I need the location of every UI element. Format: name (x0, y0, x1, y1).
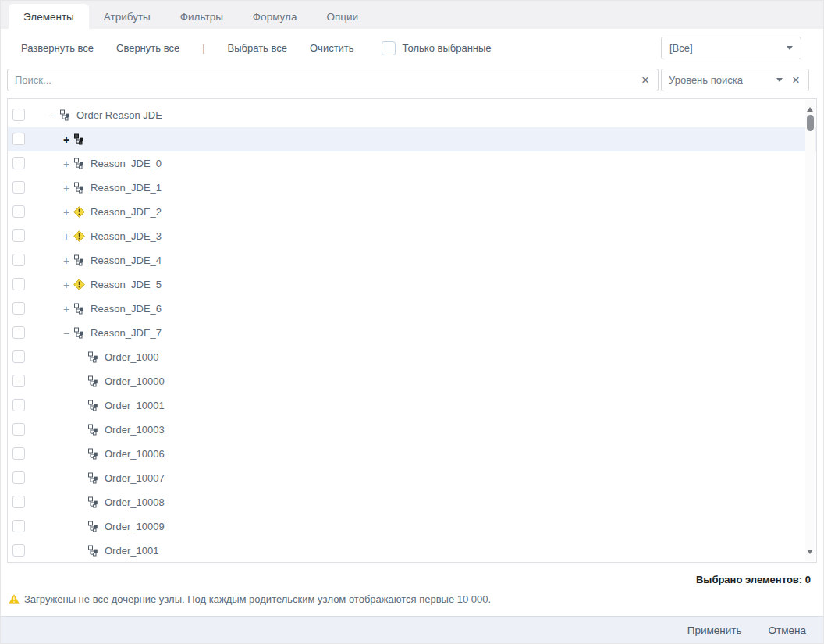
warning-icon (73, 279, 85, 290)
cancel-button[interactable]: Отмена (769, 624, 806, 636)
tree-node-label[interactable]: Reason_JDE_6 (91, 303, 162, 315)
hierarchy-icon (73, 327, 85, 339)
tab-options[interactable]: Опции (311, 4, 373, 29)
scroll-down-icon[interactable] (807, 550, 813, 557)
expander-toggle[interactable]: + (61, 303, 72, 315)
tree-node-label[interactable]: Order_10001 (105, 400, 165, 411)
row-checkbox[interactable] (12, 375, 25, 387)
expander-toggle[interactable]: + (61, 230, 72, 243)
row-checkbox[interactable] (12, 471, 25, 484)
expander-toggle[interactable]: − (61, 327, 72, 340)
tree-row[interactable]: Order_10009 (8, 514, 816, 539)
tree-node-label[interactable]: Order Reason JDE (76, 109, 162, 121)
tree-node-label[interactable]: Reason_JDE_7 (91, 327, 162, 339)
apply-button[interactable]: Применить (687, 624, 742, 636)
clear-selection-link[interactable]: Очистить (310, 42, 354, 54)
row-checkbox[interactable] (12, 181, 25, 194)
expander-toggle[interactable]: + (61, 158, 72, 170)
tab-formula[interactable]: Формула (238, 4, 312, 29)
hierarchy-icon (87, 496, 99, 508)
element-tree: − Order Reason JDE + + Reason_JDE_0 + (7, 98, 817, 563)
tree-row[interactable]: Order_10001 (8, 393, 816, 418)
search-input[interactable] (15, 74, 640, 86)
select-all-link[interactable]: Выбрать все (228, 42, 287, 54)
row-content: − Reason_JDE_7 (8, 321, 162, 345)
tree-node-label[interactable]: Order_1001 (105, 545, 158, 557)
row-checkbox[interactable] (12, 254, 25, 266)
tab-elements[interactable]: Элементы (9, 4, 89, 29)
tab-filters[interactable]: Фильтры (165, 4, 238, 29)
row-checkbox[interactable] (12, 496, 25, 508)
search-level-clear-icon[interactable]: × (790, 73, 801, 87)
tree-row[interactable]: + (8, 127, 816, 151)
tree-row[interactable]: − Order Reason JDE (8, 103, 816, 127)
tree-row[interactable]: − Reason_JDE_7 (8, 321, 816, 345)
tree-node-label[interactable]: Reason_JDE_0 (91, 158, 162, 169)
hierarchy-icon (73, 133, 85, 145)
tree-row[interactable]: + Reason_JDE_1 (8, 176, 816, 200)
row-checkbox[interactable] (12, 447, 25, 460)
row-checkbox[interactable] (12, 278, 25, 290)
row-checkbox[interactable] (12, 109, 25, 121)
tree-row[interactable]: Order_10003 (8, 418, 816, 442)
only-selected-label[interactable]: Только выбранные (403, 42, 492, 54)
tree-node-label[interactable]: Order_10006 (105, 448, 165, 460)
expander-toggle[interactable]: + (61, 279, 72, 291)
row-checkbox[interactable] (12, 544, 25, 557)
only-selected-checkbox[interactable] (382, 41, 396, 55)
expander-toggle[interactable]: + (61, 206, 72, 219)
tree-node-label[interactable]: Order_10008 (105, 496, 165, 508)
expander-toggle[interactable]: + (61, 254, 72, 267)
row-checkbox[interactable] (12, 520, 25, 532)
tree-row[interactable]: Order_10000 (8, 369, 816, 393)
expander-toggle[interactable]: + (61, 133, 72, 146)
expander-toggle[interactable]: − (47, 109, 58, 122)
expander-toggle[interactable]: + (61, 182, 72, 194)
search-clear-icon[interactable]: × (640, 73, 651, 87)
tab-attributes[interactable]: Атрибуты (89, 4, 165, 29)
toolbar: Развернуть все Свернуть все | Выбрать вс… (1, 29, 823, 67)
search-level-dropdown[interactable]: Уровень поиска × (661, 69, 809, 91)
tree-row[interactable]: + Reason_JDE_3 (8, 224, 816, 248)
tree-row[interactable]: Order_10008 (8, 490, 816, 514)
row-checkbox[interactable] (12, 423, 25, 436)
tree-node-label[interactable]: Reason_JDE_4 (91, 254, 162, 266)
tree-node-label[interactable]: Order_10000 (105, 375, 165, 387)
tree-node-label[interactable]: Order_10007 (105, 472, 165, 484)
expand-all-link[interactable]: Развернуть все (21, 42, 94, 54)
row-checkbox[interactable] (12, 157, 25, 169)
scroll-up-icon[interactable] (807, 105, 813, 112)
tree-row[interactable]: Order_10006 (8, 442, 816, 466)
collapse-all-link[interactable]: Свернуть все (116, 42, 179, 54)
row-content: Order_10001 (8, 393, 165, 418)
tree-row[interactable]: + Reason_JDE_0 (8, 151, 816, 176)
tree-row[interactable]: + Reason_JDE_6 (8, 297, 816, 321)
row-checkbox[interactable] (12, 302, 25, 315)
hierarchy-icon (73, 254, 85, 266)
hierarchy-icon (87, 545, 99, 557)
tree-node-label[interactable]: Order_10009 (105, 521, 165, 532)
row-checkbox[interactable] (12, 133, 25, 145)
tree-row[interactable]: Order_1001 (8, 539, 816, 563)
tree-row[interactable]: + Reason_JDE_5 (8, 272, 816, 297)
tree-node-label[interactable]: Reason_JDE_5 (91, 279, 162, 290)
tree-node-label[interactable]: Reason_JDE_3 (91, 230, 162, 242)
row-checkbox[interactable] (12, 326, 25, 339)
tree-node-label[interactable]: Reason_JDE_2 (91, 206, 162, 218)
tree-scrollbar[interactable] (805, 100, 815, 561)
tree-node-label[interactable]: Reason_JDE_1 (91, 182, 162, 194)
row-checkbox[interactable] (12, 350, 25, 363)
tree-row[interactable]: Order_1000 (8, 345, 816, 369)
scrollbar-thumb[interactable] (807, 115, 814, 131)
scope-dropdown[interactable]: [Все] (661, 37, 801, 59)
tree-node-label[interactable]: Order_10003 (105, 424, 165, 436)
row-checkbox[interactable] (12, 205, 25, 218)
row-checkbox[interactable] (12, 399, 25, 411)
tree-row[interactable]: + Reason_JDE_2 (8, 200, 816, 224)
row-checkbox[interactable] (12, 229, 25, 242)
row-content: Order_10003 (8, 418, 165, 442)
tree-node-label[interactable]: Order_1000 (105, 351, 158, 363)
tree-row[interactable]: + Reason_JDE_4 (8, 248, 816, 272)
tree-rows: − Order Reason JDE + + Reason_JDE_0 + (8, 103, 816, 563)
tree-row[interactable]: Order_10007 (8, 466, 816, 490)
